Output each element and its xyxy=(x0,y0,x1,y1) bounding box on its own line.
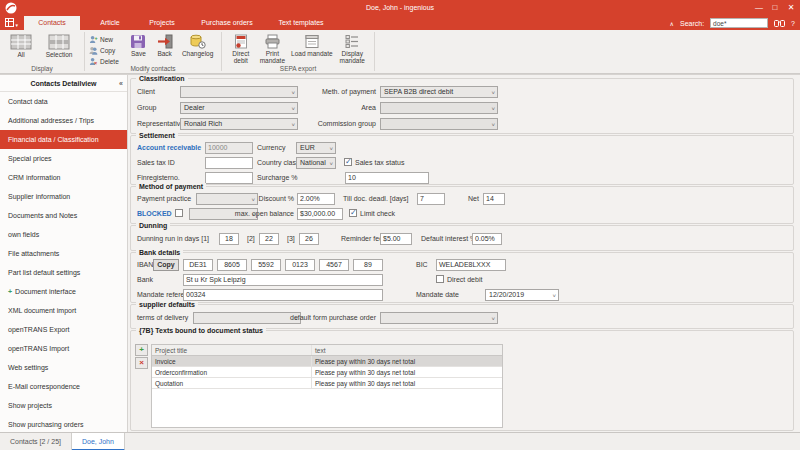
sidebar-item-email-correspondence[interactable]: E-Mail correspondence xyxy=(0,377,127,396)
limit-check-checkbox[interactable] xyxy=(349,209,357,217)
iban-copy-button[interactable]: Copy xyxy=(153,259,179,271)
ribbon-group-modify-contacts: + New Copy × Delete xyxy=(85,30,221,73)
sales-tax-id-field[interactable] xyxy=(205,157,253,169)
dunning-run-1-field[interactable]: 18 xyxy=(219,233,239,245)
payment-practice-label: Payment practice xyxy=(137,192,191,205)
till-doc-deadline-field[interactable]: 7 xyxy=(417,193,445,205)
help-icon[interactable]: ? xyxy=(791,20,795,27)
tab-projects[interactable]: Projects xyxy=(138,16,186,30)
iban-segment-3[interactable]: 5592 xyxy=(251,259,281,271)
net-field[interactable]: 14 xyxy=(483,193,505,205)
binoculars-search-icon[interactable] xyxy=(774,19,785,27)
sidebar-item-supplier-information[interactable]: Supplier information xyxy=(0,187,127,206)
sidebar-item-crm-information[interactable]: CRM information xyxy=(0,168,127,187)
account-receivable-link[interactable]: Account receivable xyxy=(137,141,201,154)
back-button[interactable]: Back xyxy=(151,32,178,57)
reminder-fee-field[interactable]: $5.00 xyxy=(380,233,412,245)
sidebar-item-own-fields[interactable]: own fields xyxy=(0,225,127,244)
till-doc-deadline-label: Till doc. deadl. [days] xyxy=(343,192,409,205)
new-button[interactable]: + New xyxy=(89,34,126,44)
dunning-run-3-field[interactable]: 26 xyxy=(299,233,319,245)
tab-record-doe-john[interactable]: Doe, John xyxy=(72,433,125,450)
mandate-date-picker[interactable]: 12/20/2019 xyxy=(485,289,559,301)
add-text-row-button[interactable]: + xyxy=(135,344,148,356)
changelog-button[interactable]: Changelog xyxy=(178,32,217,57)
tab-text-templates[interactable]: Text templates xyxy=(268,16,334,30)
window-title: Doe, John - ingenious xyxy=(0,4,800,11)
bank-name-field[interactable]: St u Kr Spk Leipzig xyxy=(183,274,383,286)
sidebar-item-document-interface[interactable]: +Document interface xyxy=(0,282,127,301)
default-interest-field[interactable]: 0.05% xyxy=(472,233,502,245)
sidebar-item-additional-addresses[interactable]: Additional addresses / Trips xyxy=(0,111,127,130)
dunning-run-2-field[interactable]: 22 xyxy=(259,233,279,245)
surcharge-label: Surcharge % xyxy=(257,171,297,184)
discount-field[interactable]: 2.00% xyxy=(297,193,335,205)
representative-combo[interactable]: Ronald Rich xyxy=(180,118,298,130)
load-mandate-button[interactable]: Load mandate xyxy=(289,32,334,57)
blocked-checkbox[interactable] xyxy=(175,209,183,217)
sidebar-item-show-projects[interactable]: Show projects xyxy=(0,396,127,415)
all-button[interactable]: All xyxy=(4,32,38,58)
sidebar-item-financial-data[interactable]: Financial data / Classification xyxy=(0,130,127,149)
tab-contacts[interactable]: Contacts xyxy=(24,16,80,30)
table-row-invoice[interactable]: Invoice Please pay within 30 days net to… xyxy=(152,356,502,367)
meth-of-payment-combo[interactable]: SEPA B2B direct debit xyxy=(380,86,498,98)
sidebar-item-contact-data[interactable]: Contact data xyxy=(0,92,127,111)
close-button[interactable]: ✕ xyxy=(784,1,798,14)
tab-article[interactable]: Article xyxy=(88,16,132,30)
search-input[interactable]: doe* xyxy=(710,18,768,28)
iban-segment-6[interactable]: 89 xyxy=(353,259,383,271)
max-open-balance-label: max. open balance xyxy=(234,207,294,220)
sidebar-item-opentrans-import[interactable]: openTRANS Import xyxy=(0,339,127,358)
iban-segment-5[interactable]: 4567 xyxy=(319,259,349,271)
delete-text-row-button[interactable]: × xyxy=(135,357,148,369)
sales-tax-status-checkbox[interactable] xyxy=(344,158,352,166)
ribbon-collapse-chevron[interactable]: ∧ xyxy=(670,20,674,27)
sidebar-item-opentrans-export[interactable]: openTRANS Export xyxy=(0,320,127,339)
area-combo[interactable] xyxy=(380,102,498,114)
direct-debit-button[interactable]: Direct debit xyxy=(226,32,256,64)
minimize-button[interactable]: — xyxy=(752,1,766,14)
sidebar-item-part-list-defaults[interactable]: Part list default settings xyxy=(0,263,127,282)
sidebar-item-file-attachments[interactable]: File attachments xyxy=(0,244,127,263)
table-row-quotation[interactable]: Quotation Please pay within 30 days net … xyxy=(152,378,502,389)
tab-purchase-orders[interactable]: Purchase orders xyxy=(192,16,262,30)
sidebar-item-special-prices[interactable]: Special prices xyxy=(0,149,127,168)
iban-segment-2[interactable]: 8605 xyxy=(217,259,247,271)
copy-button[interactable]: Copy xyxy=(89,45,126,55)
selection-button[interactable]: Selection xyxy=(38,32,80,58)
mandate-date-label: Mandate date xyxy=(416,288,459,301)
sidebar-item-xml-document-import[interactable]: XML document import xyxy=(0,301,127,320)
maximize-button[interactable]: □ xyxy=(768,1,782,14)
tab-contacts-list[interactable]: Contacts [2 / 25] xyxy=(0,433,72,450)
finregisterno-field[interactable] xyxy=(205,172,253,184)
save-button[interactable]: Save xyxy=(126,32,151,57)
iban-segment-1[interactable]: DE31 xyxy=(183,259,213,271)
default-form-purchase-order-combo[interactable] xyxy=(380,312,498,324)
tree-expand-plus-icon[interactable]: + xyxy=(8,288,12,295)
mandate-reference-field[interactable]: 00324 xyxy=(183,289,383,301)
sidebar-collapse-icon[interactable]: « xyxy=(119,75,123,92)
table-row-orderconfirmation[interactable]: Orderconfirmation Please pay within 30 d… xyxy=(152,367,502,378)
display-mandate-button[interactable]: Display mandate xyxy=(335,32,371,64)
surcharge-field[interactable]: 10 xyxy=(345,172,429,184)
sidebar-item-documents-notes[interactable]: Documents and Notes xyxy=(0,206,127,225)
bic-field[interactable]: WELADE8LXXX xyxy=(436,259,506,271)
load-mandate-window-icon xyxy=(305,34,319,49)
application-menu-button[interactable]: ▾ xyxy=(5,18,21,28)
group-label-sepa-export: SEPA export xyxy=(222,65,374,72)
max-open-balance-field[interactable]: $30,000.00 xyxy=(297,208,343,220)
commission-group-combo[interactable] xyxy=(380,118,498,130)
legend-classification: Classification xyxy=(136,75,188,82)
search-label: Search: xyxy=(680,20,704,27)
client-combo[interactable] xyxy=(180,86,298,98)
sidebar-item-web-settings[interactable]: Web settings xyxy=(0,358,127,377)
group-label: Group xyxy=(137,101,156,114)
direct-debit-checkbox[interactable] xyxy=(436,275,444,283)
country-class-combo[interactable]: National xyxy=(296,157,336,169)
group-combo[interactable]: Dealer xyxy=(180,102,298,114)
iban-segment-4[interactable]: 0123 xyxy=(285,259,315,271)
currency-combo[interactable]: EUR xyxy=(296,142,336,154)
payment-practice-combo[interactable] xyxy=(196,193,258,205)
print-mandate-button[interactable]: Print mandate xyxy=(256,32,290,64)
